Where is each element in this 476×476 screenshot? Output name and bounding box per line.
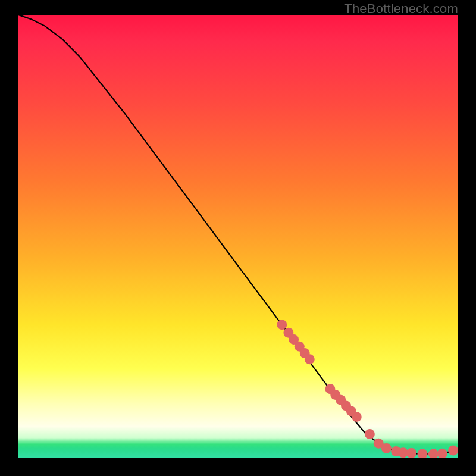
marker-group bbox=[277, 320, 458, 458]
data-point bbox=[295, 342, 305, 352]
data-point bbox=[352, 412, 362, 422]
data-point bbox=[428, 449, 439, 458]
data-point bbox=[346, 406, 356, 416]
data-point bbox=[336, 395, 346, 405]
marker-layer bbox=[18, 15, 458, 458]
curve-line bbox=[18, 15, 458, 454]
curve-layer bbox=[18, 15, 458, 458]
data-point bbox=[277, 320, 287, 330]
data-point bbox=[406, 448, 416, 458]
data-point bbox=[374, 439, 384, 449]
data-point bbox=[289, 334, 299, 345]
data-point bbox=[341, 401, 351, 411]
plot-area bbox=[18, 15, 458, 458]
data-point bbox=[365, 429, 375, 439]
data-point bbox=[283, 328, 293, 338]
data-point bbox=[305, 354, 315, 364]
data-point bbox=[437, 449, 447, 458]
data-point bbox=[391, 446, 401, 456]
data-point bbox=[448, 446, 458, 456]
data-point bbox=[300, 348, 310, 358]
watermark-text: TheBottleneck.com bbox=[344, 1, 458, 17]
data-point bbox=[418, 449, 428, 458]
data-point bbox=[398, 447, 408, 458]
data-point bbox=[325, 384, 336, 394]
data-point bbox=[330, 390, 340, 400]
data-point bbox=[381, 443, 392, 453]
chart-frame: TheBottleneck.com bbox=[0, 0, 476, 476]
